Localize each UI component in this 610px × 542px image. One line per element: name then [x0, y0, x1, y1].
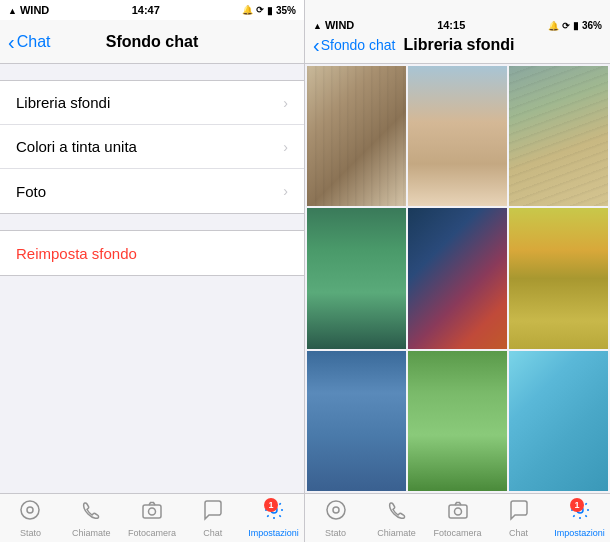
right-time: 14:15 — [437, 19, 465, 31]
tab-chat-left[interactable]: Chat — [182, 494, 243, 542]
right-panel: ▲ WIND 14:15 🔔 ⟳ ▮ 36% ‹ Sfondo chat Lib… — [305, 0, 610, 542]
wallpaper-3[interactable] — [509, 66, 608, 206]
tab-fotocamera-label-right: Fotocamera — [433, 528, 481, 538]
left-status-bar: ▲ WIND 14:47 🔔 ⟳ ▮ 35% — [0, 0, 304, 20]
wallpaper-9[interactable] — [509, 351, 608, 491]
left-tab-bar: Stato Chiamate Fotocamera — [0, 493, 304, 542]
tab-impostazioni-badge-right: 1 — [570, 498, 584, 512]
right-carrier: ▲ WIND — [313, 19, 354, 31]
svg-point-0 — [21, 501, 39, 519]
stato-icon-right — [325, 499, 347, 526]
tab-impostazioni-right[interactable]: 1 Impostazioni — [549, 494, 610, 542]
chiamate-icon-right — [386, 499, 408, 526]
tab-impostazioni-label-left: Impostazioni — [248, 528, 299, 538]
menu-item-libreria-chevron: › — [283, 95, 288, 111]
left-time: 14:47 — [132, 4, 160, 16]
fotocamera-icon-right — [447, 499, 469, 526]
menu-item-foto-label: Foto — [16, 183, 46, 200]
tab-chiamate-right[interactable]: Chiamate — [366, 494, 427, 542]
wallpaper-6[interactable] — [509, 208, 608, 348]
chat-icon-right — [508, 499, 530, 526]
right-back-label: Sfondo chat — [321, 37, 396, 53]
left-back-label: Chat — [17, 33, 51, 51]
tab-impostazioni-badge-left: 1 — [264, 498, 278, 512]
right-nav-title: Libreria sfondi — [403, 36, 514, 54]
left-panel: ▲ WIND 14:47 🔔 ⟳ ▮ 35% ‹ Chat Sfondo cha… — [0, 0, 305, 542]
left-battery-icons: 🔔 ⟳ ▮ 35% — [242, 5, 296, 16]
left-back-chevron: ‹ — [8, 32, 15, 52]
svg-point-1 — [27, 507, 33, 513]
right-tab-bar: Stato Chiamate Fotocamera — [305, 493, 610, 542]
svg-point-3 — [148, 508, 155, 515]
right-back-button[interactable]: ‹ Sfondo chat — [313, 35, 395, 55]
tab-stato-label-left: Stato — [20, 528, 41, 538]
left-carrier: ▲ WIND — [8, 4, 49, 16]
wallpaper-4[interactable] — [307, 208, 406, 348]
left-nav-title: Sfondo chat — [106, 33, 198, 51]
tab-chiamate-left[interactable]: Chiamate — [61, 494, 122, 542]
left-menu-section: Libreria sfondi › Colori a tinta unita ›… — [0, 80, 304, 214]
svg-point-6 — [333, 507, 339, 513]
tab-fotocamera-label-left: Fotocamera — [128, 528, 176, 538]
tab-stato-label-right: Stato — [325, 528, 346, 538]
tab-impostazioni-left[interactable]: 1 Impostazioni — [243, 494, 304, 542]
svg-rect-7 — [449, 505, 467, 518]
svg-point-5 — [327, 501, 345, 519]
wallpaper-grid — [305, 64, 610, 493]
tab-stato-left[interactable]: Stato — [0, 494, 61, 542]
tab-fotocamera-right[interactable]: Fotocamera — [427, 494, 488, 542]
tab-chat-label-right: Chat — [509, 528, 528, 538]
menu-item-libreria[interactable]: Libreria sfondi › — [0, 81, 304, 125]
chiamate-icon-left — [80, 499, 102, 526]
menu-item-colori-chevron: › — [283, 139, 288, 155]
menu-item-foto[interactable]: Foto › — [0, 169, 304, 213]
menu-item-libreria-label: Libreria sfondi — [16, 94, 110, 111]
tab-impostazioni-label-right: Impostazioni — [554, 528, 605, 538]
left-back-button[interactable]: ‹ Chat — [8, 32, 50, 52]
right-status-bar: ▲ WIND 14:15 🔔 ⟳ ▮ 36% — [305, 15, 610, 35]
menu-item-colori[interactable]: Colori a tinta unita › — [0, 125, 304, 169]
menu-item-colori-label: Colori a tinta unita — [16, 138, 137, 155]
tab-chat-label-left: Chat — [203, 528, 222, 538]
left-spacer — [0, 276, 304, 493]
right-battery-icons: 🔔 ⟳ ▮ 36% — [548, 19, 602, 31]
menu-item-foto-chevron: › — [283, 183, 288, 199]
reset-section: Reimposta sfondo — [0, 230, 304, 276]
right-nav-content: ‹ Sfondo chat Libreria sfondi — [305, 35, 610, 55]
wallpaper-5[interactable] — [408, 208, 507, 348]
wallpaper-7[interactable] — [307, 351, 406, 491]
svg-point-8 — [454, 508, 461, 515]
wallpaper-1[interactable] — [307, 66, 406, 206]
wallpaper-8[interactable] — [408, 351, 507, 491]
reset-button[interactable]: Reimposta sfondo — [0, 231, 304, 275]
tab-fotocamera-left[interactable]: Fotocamera — [122, 494, 183, 542]
tab-chiamate-label-right: Chiamate — [377, 528, 416, 538]
right-nav-bar: ▲ WIND 14:15 🔔 ⟳ ▮ 36% ‹ Sfondo chat Lib… — [305, 0, 610, 64]
right-back-chevron: ‹ — [313, 35, 320, 55]
wallpaper-2[interactable] — [408, 66, 507, 206]
reset-label: Reimposta sfondo — [16, 245, 137, 262]
tab-chiamate-label-left: Chiamate — [72, 528, 111, 538]
svg-rect-2 — [143, 505, 161, 518]
stato-icon-left — [19, 499, 41, 526]
chat-icon-left — [202, 499, 224, 526]
tab-stato-right[interactable]: Stato — [305, 494, 366, 542]
tab-chat-right[interactable]: Chat — [488, 494, 549, 542]
left-nav-bar: ‹ Chat Sfondo chat — [0, 20, 304, 64]
fotocamera-icon-left — [141, 499, 163, 526]
